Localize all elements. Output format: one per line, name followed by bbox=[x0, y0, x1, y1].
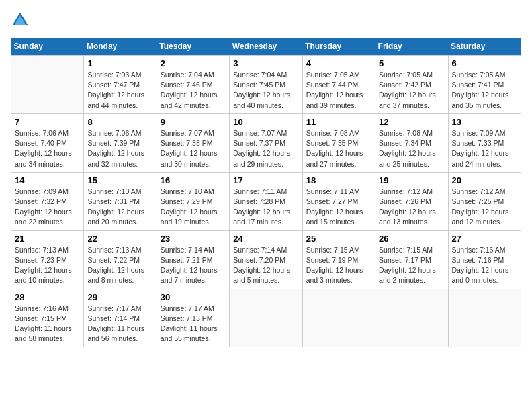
calendar-cell: 10Sunrise: 7:07 AMSunset: 7:37 PMDayligh… bbox=[230, 113, 302, 172]
calendar-cell: 18Sunrise: 7:11 AMSunset: 7:27 PMDayligh… bbox=[302, 172, 375, 230]
calendar-cell: 17Sunrise: 7:11 AMSunset: 7:28 PMDayligh… bbox=[230, 172, 302, 230]
calendar-cell: 8Sunrise: 7:06 AMSunset: 7:39 PMDaylight… bbox=[84, 113, 157, 172]
day-info: Sunrise: 7:04 AMSunset: 7:46 PMDaylight:… bbox=[161, 70, 226, 111]
day-number: 12 bbox=[379, 117, 444, 127]
day-number: 3 bbox=[233, 58, 298, 68]
calendar-cell: 25Sunrise: 7:15 AMSunset: 7:19 PMDayligh… bbox=[302, 230, 375, 289]
calendar-cell: 23Sunrise: 7:14 AMSunset: 7:21 PMDayligh… bbox=[157, 230, 229, 289]
calendar-cell: 4Sunrise: 7:05 AMSunset: 7:44 PMDaylight… bbox=[302, 56, 375, 114]
calendar-header-row: SundayMondayTuesdayWednesdayThursdayFrid… bbox=[11, 38, 521, 56]
day-number: 22 bbox=[87, 234, 152, 244]
day-info: Sunrise: 7:06 AMSunset: 7:39 PMDaylight:… bbox=[87, 128, 152, 169]
day-info: Sunrise: 7:03 AMSunset: 7:47 PMDaylight:… bbox=[87, 70, 152, 111]
day-info: Sunrise: 7:08 AMSunset: 7:34 PMDaylight:… bbox=[379, 128, 444, 169]
day-number: 4 bbox=[306, 58, 371, 68]
day-number: 11 bbox=[306, 117, 371, 127]
day-number: 10 bbox=[233, 117, 298, 127]
calendar-cell: 11Sunrise: 7:08 AMSunset: 7:35 PMDayligh… bbox=[302, 113, 375, 172]
day-info: Sunrise: 7:05 AMSunset: 7:41 PMDaylight:… bbox=[452, 70, 517, 111]
day-number: 23 bbox=[161, 234, 226, 244]
calendar-cell: 3Sunrise: 7:04 AMSunset: 7:45 PMDaylight… bbox=[230, 56, 302, 114]
day-number: 29 bbox=[87, 292, 152, 302]
day-info: Sunrise: 7:09 AMSunset: 7:33 PMDaylight:… bbox=[452, 128, 517, 169]
day-info: Sunrise: 7:15 AMSunset: 7:19 PMDaylight:… bbox=[306, 245, 371, 286]
day-number: 18 bbox=[306, 175, 371, 185]
calendar-cell: 27Sunrise: 7:16 AMSunset: 7:16 PMDayligh… bbox=[448, 230, 521, 289]
logo bbox=[11, 11, 31, 30]
calendar-week-5: 28Sunrise: 7:16 AMSunset: 7:15 PMDayligh… bbox=[11, 289, 521, 347]
logo-icon bbox=[11, 11, 30, 30]
day-info: Sunrise: 7:11 AMSunset: 7:27 PMDaylight:… bbox=[306, 187, 371, 228]
day-number: 14 bbox=[15, 175, 80, 185]
day-number: 25 bbox=[306, 234, 371, 244]
day-header-monday: Monday bbox=[84, 38, 157, 56]
day-info: Sunrise: 7:10 AMSunset: 7:29 PMDaylight:… bbox=[161, 187, 226, 228]
calendar-cell: 9Sunrise: 7:07 AMSunset: 7:38 PMDaylight… bbox=[157, 113, 229, 172]
day-number: 27 bbox=[452, 234, 517, 244]
page-header bbox=[11, 11, 521, 30]
calendar-cell: 16Sunrise: 7:10 AMSunset: 7:29 PMDayligh… bbox=[157, 172, 229, 230]
day-info: Sunrise: 7:14 AMSunset: 7:21 PMDaylight:… bbox=[161, 245, 226, 286]
day-info: Sunrise: 7:05 AMSunset: 7:42 PMDaylight:… bbox=[379, 70, 444, 111]
calendar-cell: 14Sunrise: 7:09 AMSunset: 7:32 PMDayligh… bbox=[11, 172, 84, 230]
calendar-cell: 29Sunrise: 7:17 AMSunset: 7:14 PMDayligh… bbox=[84, 289, 157, 347]
day-number: 5 bbox=[379, 58, 444, 68]
calendar-cell: 24Sunrise: 7:14 AMSunset: 7:20 PMDayligh… bbox=[230, 230, 302, 289]
day-info: Sunrise: 7:12 AMSunset: 7:26 PMDaylight:… bbox=[379, 187, 444, 228]
day-info: Sunrise: 7:17 AMSunset: 7:13 PMDaylight:… bbox=[161, 304, 226, 345]
day-number: 20 bbox=[452, 175, 517, 185]
day-info: Sunrise: 7:08 AMSunset: 7:35 PMDaylight:… bbox=[306, 128, 371, 169]
day-number: 24 bbox=[233, 234, 298, 244]
day-info: Sunrise: 7:07 AMSunset: 7:38 PMDaylight:… bbox=[161, 128, 226, 169]
day-number: 28 bbox=[15, 292, 80, 302]
calendar-cell: 28Sunrise: 7:16 AMSunset: 7:15 PMDayligh… bbox=[11, 289, 84, 347]
day-number: 6 bbox=[452, 58, 517, 68]
day-header-thursday: Thursday bbox=[302, 38, 375, 56]
calendar-cell: 21Sunrise: 7:13 AMSunset: 7:23 PMDayligh… bbox=[11, 230, 84, 289]
day-info: Sunrise: 7:16 AMSunset: 7:15 PMDaylight:… bbox=[15, 304, 80, 345]
day-number: 13 bbox=[452, 117, 517, 127]
day-info: Sunrise: 7:17 AMSunset: 7:14 PMDaylight:… bbox=[87, 304, 152, 345]
calendar-cell bbox=[302, 289, 375, 347]
calendar-cell: 12Sunrise: 7:08 AMSunset: 7:34 PMDayligh… bbox=[375, 113, 448, 172]
day-info: Sunrise: 7:14 AMSunset: 7:20 PMDaylight:… bbox=[233, 245, 298, 286]
day-number: 21 bbox=[15, 234, 80, 244]
day-number: 17 bbox=[233, 175, 298, 185]
calendar-cell bbox=[230, 289, 302, 347]
calendar-cell: 7Sunrise: 7:06 AMSunset: 7:40 PMDaylight… bbox=[11, 113, 84, 172]
day-number: 9 bbox=[161, 117, 226, 127]
day-header-saturday: Saturday bbox=[448, 38, 521, 56]
day-header-sunday: Sunday bbox=[11, 38, 84, 56]
calendar-week-3: 14Sunrise: 7:09 AMSunset: 7:32 PMDayligh… bbox=[11, 172, 521, 230]
day-info: Sunrise: 7:15 AMSunset: 7:17 PMDaylight:… bbox=[379, 245, 444, 286]
day-header-wednesday: Wednesday bbox=[230, 38, 302, 56]
day-info: Sunrise: 7:06 AMSunset: 7:40 PMDaylight:… bbox=[15, 128, 80, 169]
calendar-cell: 20Sunrise: 7:12 AMSunset: 7:25 PMDayligh… bbox=[448, 172, 521, 230]
calendar-cell: 15Sunrise: 7:10 AMSunset: 7:31 PMDayligh… bbox=[84, 172, 157, 230]
calendar-cell: 13Sunrise: 7:09 AMSunset: 7:33 PMDayligh… bbox=[448, 113, 521, 172]
day-info: Sunrise: 7:13 AMSunset: 7:22 PMDaylight:… bbox=[87, 245, 152, 286]
calendar-week-2: 7Sunrise: 7:06 AMSunset: 7:40 PMDaylight… bbox=[11, 113, 521, 172]
calendar-cell bbox=[448, 289, 521, 347]
day-number: 2 bbox=[161, 58, 226, 68]
calendar-cell: 22Sunrise: 7:13 AMSunset: 7:22 PMDayligh… bbox=[84, 230, 157, 289]
day-info: Sunrise: 7:13 AMSunset: 7:23 PMDaylight:… bbox=[15, 245, 80, 286]
day-info: Sunrise: 7:07 AMSunset: 7:37 PMDaylight:… bbox=[233, 128, 298, 169]
day-header-friday: Friday bbox=[375, 38, 448, 56]
day-info: Sunrise: 7:12 AMSunset: 7:25 PMDaylight:… bbox=[452, 187, 517, 228]
day-info: Sunrise: 7:05 AMSunset: 7:44 PMDaylight:… bbox=[306, 70, 371, 111]
calendar-cell: 5Sunrise: 7:05 AMSunset: 7:42 PMDaylight… bbox=[375, 56, 448, 114]
calendar-cell: 26Sunrise: 7:15 AMSunset: 7:17 PMDayligh… bbox=[375, 230, 448, 289]
day-number: 16 bbox=[161, 175, 226, 185]
calendar-cell bbox=[11, 56, 84, 114]
day-header-tuesday: Tuesday bbox=[157, 38, 229, 56]
calendar-cell: 30Sunrise: 7:17 AMSunset: 7:13 PMDayligh… bbox=[157, 289, 229, 347]
day-info: Sunrise: 7:11 AMSunset: 7:28 PMDaylight:… bbox=[233, 187, 298, 228]
calendar-table: SundayMondayTuesdayWednesdayThursdayFrid… bbox=[11, 38, 521, 347]
day-info: Sunrise: 7:10 AMSunset: 7:31 PMDaylight:… bbox=[87, 187, 152, 228]
calendar-cell bbox=[375, 289, 448, 347]
calendar-week-1: 1Sunrise: 7:03 AMSunset: 7:47 PMDaylight… bbox=[11, 56, 521, 114]
calendar-cell: 6Sunrise: 7:05 AMSunset: 7:41 PMDaylight… bbox=[448, 56, 521, 114]
calendar-cell: 1Sunrise: 7:03 AMSunset: 7:47 PMDaylight… bbox=[84, 56, 157, 114]
day-number: 19 bbox=[379, 175, 444, 185]
